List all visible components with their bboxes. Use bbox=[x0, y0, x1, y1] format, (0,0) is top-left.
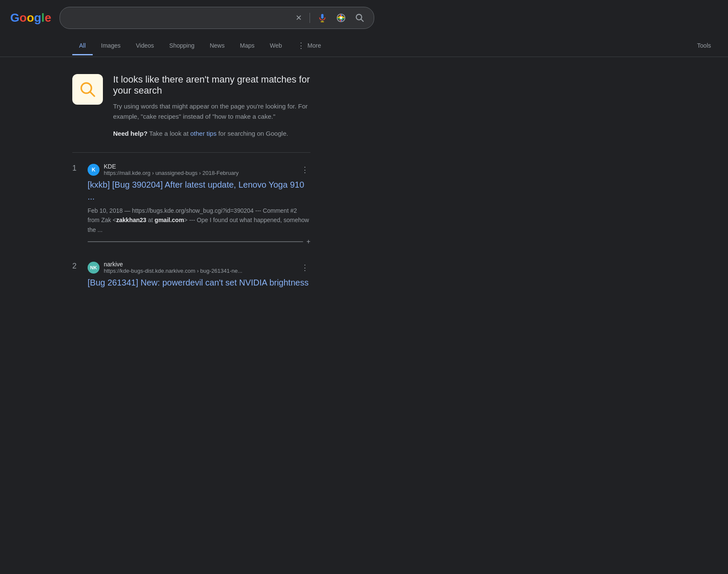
result-snippet-1: Feb 10, 2018 — https://bugs.kde.org/show… bbox=[88, 206, 310, 234]
svg-line-6 bbox=[361, 19, 364, 21]
search-button[interactable] bbox=[353, 11, 366, 24]
kde-favicon: K bbox=[88, 164, 100, 176]
svg-line-8 bbox=[90, 92, 94, 96]
snippet-expand-button[interactable]: + bbox=[307, 238, 310, 246]
result-index-2: 2 bbox=[72, 261, 81, 271]
search-icon bbox=[355, 13, 364, 23]
no-results-section: It looks like there aren't many great ma… bbox=[72, 74, 310, 139]
visual-search-button[interactable] bbox=[335, 11, 347, 24]
tab-all[interactable]: All bbox=[72, 37, 93, 55]
search-bar[interactable]: zakkhan23@gmail.com bbox=[60, 7, 374, 29]
no-results-text: It looks like there aren't many great ma… bbox=[113, 74, 310, 139]
result-item: 1 K KDE https://mail.kde.org › unassigne… bbox=[72, 163, 310, 246]
result-number-1: 1 K KDE https://mail.kde.org › unassigne… bbox=[72, 163, 310, 246]
separator bbox=[72, 152, 310, 153]
tab-news[interactable]: News bbox=[203, 37, 231, 55]
lens-icon bbox=[336, 13, 346, 23]
main-content: It looks like there aren't many great ma… bbox=[0, 57, 383, 324]
help-label: Need help? bbox=[113, 130, 148, 137]
no-results-tip: Try using words that might appear on the… bbox=[113, 101, 310, 122]
result-number-2: 2 NK narkive https://kde-bugs-dist.kde.n… bbox=[72, 261, 310, 292]
search-icons bbox=[294, 11, 366, 24]
source-info-2: narkive https://kde-bugs-dist.kde.narkiv… bbox=[104, 261, 295, 274]
result-title-1[interactable]: [kxkb] [Bug 390204] After latest update,… bbox=[88, 179, 310, 203]
search-input[interactable]: zakkhan23@gmail.com bbox=[68, 14, 290, 22]
source-url-1: https://mail.kde.org › unassigned-bugs ›… bbox=[104, 170, 295, 176]
snippet-more-1: + bbox=[88, 238, 310, 246]
result-item-2: 2 NK narkive https://kde-bugs-dist.kde.n… bbox=[72, 261, 310, 292]
tab-web[interactable]: Web bbox=[263, 37, 289, 55]
tab-maps[interactable]: Maps bbox=[233, 37, 261, 55]
result-title-2[interactable]: [Bug 261341] New: powerdevil can't set N… bbox=[88, 277, 310, 288]
result-body-2: NK narkive https://kde-bugs-dist.kde.nar… bbox=[88, 261, 310, 292]
svg-rect-0 bbox=[321, 14, 324, 19]
tab-more[interactable]: ⋮ More bbox=[290, 36, 328, 57]
narkive-favicon: NK bbox=[88, 262, 100, 274]
mic-icon bbox=[318, 13, 327, 23]
clear-button[interactable] bbox=[294, 11, 304, 24]
result-body-1: K KDE https://mail.kde.org › unassigned-… bbox=[88, 163, 310, 246]
source-name-1: KDE bbox=[104, 163, 295, 170]
help-text: Take a look at bbox=[149, 130, 191, 137]
google-logo[interactable]: Google bbox=[10, 11, 51, 25]
result-options-icon-2[interactable]: ⋮ bbox=[299, 261, 310, 274]
result-source-2: NK narkive https://kde-bugs-dist.kde.nar… bbox=[88, 261, 310, 274]
snippet-email-user: zakkhan23 bbox=[116, 217, 146, 223]
tab-tools[interactable]: Tools bbox=[690, 37, 718, 55]
no-results-help: Need help? Take a look at other tips for… bbox=[113, 129, 310, 139]
result-options-icon-1[interactable]: ⋮ bbox=[299, 163, 310, 176]
snippet-email-domain: gmail.com bbox=[155, 217, 184, 223]
magnifier-icon bbox=[79, 81, 96, 98]
tab-shopping[interactable]: Shopping bbox=[162, 37, 201, 55]
close-icon bbox=[296, 13, 302, 23]
source-url-2: https://kde-bugs-dist.kde.narkive.com › … bbox=[104, 268, 295, 274]
voice-search-button[interactable] bbox=[316, 11, 329, 24]
snippet-line bbox=[88, 241, 303, 242]
svg-point-4 bbox=[340, 17, 343, 19]
tab-images[interactable]: Images bbox=[94, 37, 128, 55]
source-name-2: narkive bbox=[104, 261, 295, 268]
source-info-1: KDE https://mail.kde.org › unassigned-bu… bbox=[104, 163, 295, 176]
no-results-icon bbox=[72, 74, 103, 105]
no-results-heading: It looks like there aren't many great ma… bbox=[113, 74, 310, 96]
divider bbox=[310, 13, 310, 23]
header: Google zakkhan23@gmail.com bbox=[0, 0, 728, 36]
result-source-1: K KDE https://mail.kde.org › unassigned-… bbox=[88, 163, 310, 176]
result-index-1: 1 bbox=[72, 163, 81, 173]
help-suffix: for searching on Google. bbox=[218, 130, 288, 137]
tab-videos[interactable]: Videos bbox=[129, 37, 161, 55]
other-tips-link[interactable]: other tips bbox=[191, 130, 217, 137]
nav-tabs: All Images Videos Shopping News Maps Web… bbox=[0, 36, 728, 57]
